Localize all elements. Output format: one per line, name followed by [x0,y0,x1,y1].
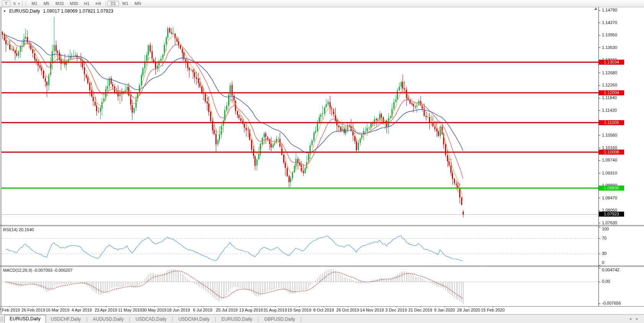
time-axis-label: 9 Jan 2020 [434,308,455,312]
time-axis-label: 16 Mar 2019 [46,308,70,312]
mt4-terminal: { "toolbar": { "text_tool_label": "T", "… [0,0,644,323]
chart-title: ▼ EURUSD,Daily 1.08017 1.08069 1.07821 1… [3,8,113,14]
price-axis-tick-label: 1.10580 [602,133,617,137]
price-level-label: 1.13034 [599,60,624,65]
timeframe-button-h4[interactable]: H4 [93,1,104,6]
time-axis-label: 25 Jul 2019 [216,308,238,312]
macd-axis-tick-label: 0.004742 [602,268,620,272]
toolbar-separator [22,1,22,6]
rsi-axis-tick-label: 30 [602,251,607,256]
toolbar-grip [25,2,27,6]
price-level-label: 1.10008 [599,150,624,155]
price-level-label: 1.12004 [599,90,624,95]
time-axis-label: 14 Nov 2019 [360,308,384,312]
timeframe-button-mn[interactable]: MN [131,1,144,6]
chart-tab-usdchf-1[interactable]: USDCHF,Daily [46,315,86,323]
macd-axis-tick-mark [598,282,600,282]
time-axis-label: 7 Feb 2019 [0,308,20,312]
chart-ohlc-values: 1.08017 1.08069 1.07821 1.07923 [43,8,114,14]
price-axis-tick-mark [598,223,600,223]
time-axis-label: 26 Feb 2019 [21,308,45,312]
price-axis-tick-label: 1.14790 [602,8,617,12]
price-level-label: 1.11009 [599,120,624,125]
tab-scroll-left-icon[interactable]: ◄ [629,317,632,321]
macd-axis-tick-label: 0.00 [602,279,610,284]
price-axis-tick-mark [598,10,600,11]
rsi-axis-tick-mark [598,238,600,239]
arrows-dropdown-icon[interactable]: ▾ [17,2,20,5]
timeframe-button-m5[interactable]: M5 [41,1,52,6]
time-axis-label: 15 Feb 2020 [481,308,505,312]
chart-tab-usdcad-3[interactable]: USDCAD,Daily [130,315,171,323]
current-price-label: 1.07923 [599,212,624,217]
time-axis-label: 30 May 2019 [142,308,166,312]
time-axis-label: 21 Dec 2019 [408,308,432,312]
tab-scroll-right-icon[interactable]: ► [636,317,639,321]
price-level-label: 1.08800 [599,186,624,191]
price-axis-tick-mark [598,23,600,23]
timeframe-buttons: M1M5M15M30H1H4D1W1MN [28,1,144,6]
time-axis-label: 6 Jul 2019 [193,308,212,312]
rsi-axis-tick-mark [598,265,600,266]
time-axis-label: 26 Oct 2019 [336,308,359,312]
price-axis-tick-mark [598,135,600,135]
rsi-axis-tick-label: 70 [602,236,607,240]
rsi-axis-tick-label: 0 [602,260,604,265]
time-axis-label: 31 Aug 2019 [263,308,287,312]
timeframe-button-m15[interactable]: M15 [52,1,67,6]
text-tool-button[interactable]: T [2,0,10,7]
tab-separator: | [300,316,302,322]
timeframe-button-d1[interactable]: D1 [108,1,119,6]
rsi-indicator-label: RSI(14) 20.1540 [3,227,34,232]
chart-tab-bar: EURUSD,DailyUSDCHF,Daily|AUDUSD,Daily|US… [0,314,644,323]
chart-title-dropdown-icon[interactable]: ▼ [3,10,6,13]
price-axis-tick-mark [598,198,600,198]
price-axis-tick-mark [598,110,600,111]
macd-indicator-label: MACD(12,26,9) -0.007093 -0.006207 [3,268,73,272]
price-axis-tick-mark [598,148,600,148]
price-axis-tick-mark [598,85,600,86]
chart-tabs: EURUSD,DailyUSDCHF,Daily|AUDUSD,Daily|US… [4,315,302,323]
toolbar-separator [106,1,106,6]
chart-tab-eurusd-5[interactable]: EURUSD,Daily [217,315,258,323]
tab-bar-grip[interactable] [1,316,3,322]
price-axis-tick-label: 1.11840 [602,95,617,100]
tab-scroll-arrows: ◄ ► [629,317,639,321]
chart-tab-audusd-2[interactable]: AUDUSD,Daily [88,315,129,323]
price-axis-tick-mark [598,210,600,211]
chart-tab-gbpusd-6[interactable]: GBPUSD,Daily [259,315,300,323]
chart-symbol-label: EURUSD,Daily [9,8,40,14]
timeframe-button-w1[interactable]: W1 [119,1,132,6]
price-axis-tick-mark [598,47,600,48]
price-axis-tick-label: 1.13950 [602,33,617,37]
macd-axis-tick-mark [598,268,600,268]
price-axis-tick-label: 1.09310 [602,171,617,175]
time-axis-label: 3 Dec 2019 [385,308,407,312]
toolbar: T ⇅ ▾ M1M5M15M30H1H4D1W1MN [0,0,644,7]
price-axis-tick-label: 1.13530 [602,45,617,50]
macd-axis-tick-label: -0.007656 [602,301,621,305]
time-axis-label: 28 Jan 2020 [457,308,481,312]
time-axis-label: 18 Jun 2019 [167,308,190,312]
chart-overlays: ▼ EURUSD,Daily 1.08017 1.08069 1.07821 1… [0,0,644,323]
time-axis-label: 11 May 2019 [118,308,142,312]
price-axis-tick-label: 1.12260 [602,83,617,87]
rsi-axis-tick-mark [598,254,600,254]
timeframe-button-m30[interactable]: M30 [67,1,81,6]
time-axis-label: 23 Apr 2019 [95,308,117,312]
chart-tab-eurusd-0[interactable]: EURUSD,Daily [4,315,46,323]
time-axis-label: 8 Oct 2019 [313,308,334,312]
timeframe-button-h1[interactable]: H1 [81,1,93,6]
price-axis-tick-label: 1.08470 [602,196,617,200]
price-axis-tick-mark [598,35,600,36]
timeframe-button-m1[interactable]: M1 [28,1,40,6]
price-axis-tick-label: 1.12680 [602,70,617,75]
price-axis-tick-label: 1.09740 [602,158,617,162]
chart-tab-usdcnh-4[interactable]: USDCNH,Daily [173,315,214,323]
price-axis-tick-label: 1.14370 [602,20,617,25]
arrows-tool-button[interactable]: ⇅ [12,1,17,7]
time-axis-label: 19 Sep 2019 [287,308,311,312]
rsi-axis-tick-mark [598,227,600,227]
price-axis-tick-label: 1.07630 [602,220,617,225]
price-axis-tick-mark [598,173,600,173]
